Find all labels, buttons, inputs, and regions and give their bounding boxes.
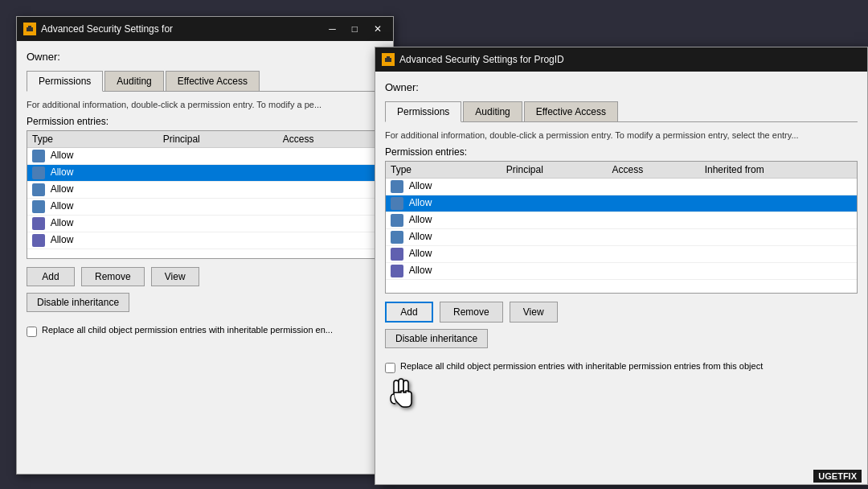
window2-perm-entries-label: Permission entries:	[385, 146, 858, 158]
window2-tab-auditing[interactable]: Auditing	[463, 101, 522, 121]
window1-col-type: Type	[27, 131, 158, 148]
window1-col-principal: Principal	[158, 131, 278, 148]
row-type: Allow	[27, 199, 158, 216]
user-icon	[391, 197, 403, 210]
watermark: UGETFIX	[813, 470, 862, 483]
row-type: Allow	[386, 263, 502, 280]
table-row[interactable]: Allow	[27, 182, 383, 199]
window2-tabs: Permissions Auditing Effective Access	[385, 101, 858, 122]
window1-remove-button[interactable]: Remove	[81, 267, 145, 286]
window2-add-button[interactable]: Add	[385, 302, 433, 323]
window1-col-access: Access	[278, 131, 383, 148]
window1-maximize-button[interactable]: □	[347, 22, 362, 36]
window1-owner-row: Owner:	[27, 51, 383, 63]
window1-close-button[interactable]: ✕	[369, 22, 387, 36]
window1-icon	[23, 23, 36, 35]
window2-info-text: For additional information, double-click…	[385, 130, 858, 140]
window2-col-access: Access	[608, 162, 700, 179]
table-row[interactable]: Allow	[386, 229, 857, 246]
window2-checkbox-row: Replace all child object permission entr…	[385, 361, 858, 373]
window2-tab-permissions[interactable]: Permissions	[385, 101, 461, 122]
window2-replace-checkbox[interactable]	[385, 363, 395, 373]
user-icon	[391, 180, 403, 193]
window1-tabs: Permissions Auditing Effective Access	[27, 71, 383, 92]
row-type: Allow	[386, 195, 502, 212]
user-icon	[32, 183, 45, 196]
window1-btn-row: Add Remove View	[27, 267, 383, 286]
window2-titlebar: Advanced Security Settings for ProgID	[375, 47, 867, 72]
window1-owner-label: Owner:	[27, 51, 60, 63]
window1: Advanced Security Settings for ─ □ ✕ Own…	[16, 16, 394, 475]
table-row[interactable]: Allow	[386, 212, 857, 229]
row-type: Allow	[27, 232, 158, 249]
window2-disable-inheritance-button[interactable]: Disable inheritance	[385, 329, 488, 348]
window1-title: Advanced Security Settings for	[41, 23, 319, 35]
table-row[interactable]: Allow	[27, 216, 383, 232]
window2: Advanced Security Settings for ProgID Ow…	[375, 47, 868, 485]
user-icon	[32, 150, 45, 162]
window1-info-text: For additional information, double-click…	[27, 100, 383, 109]
system-icon	[391, 248, 403, 261]
table-row[interactable]: Allow	[386, 195, 857, 212]
window1-perm-entries-label: Permission entries:	[27, 116, 383, 127]
window1-content: Owner: Permissions Auditing Effective Ac…	[17, 41, 393, 474]
window1-perm-table-wrapper: Type Principal Access Allow	[27, 130, 383, 259]
window1-controls: ─ □ ✕	[324, 22, 387, 36]
window2-checkbox-label: Replace all child object permission entr…	[400, 361, 763, 371]
user-icon	[391, 231, 403, 244]
table-row[interactable]: Allow	[386, 179, 857, 195]
system-icon	[32, 234, 45, 247]
svg-rect-5	[387, 56, 390, 59]
table-row[interactable]: Allow	[27, 165, 383, 182]
window2-col-principal: Principal	[502, 162, 608, 179]
window2-content: Owner: Permissions Auditing Effective Ac…	[375, 72, 867, 484]
window2-perm-table: Type Principal Access Inherited from All…	[386, 162, 857, 280]
window2-perm-table-wrapper: Type Principal Access Inherited from All…	[385, 161, 858, 294]
window2-title: Advanced Security Settings for ProgID	[399, 54, 861, 65]
svg-rect-2	[28, 26, 31, 28]
row-type: Allow	[27, 165, 158, 182]
window1-view-button[interactable]: View	[151, 267, 199, 286]
table-row[interactable]: Allow	[386, 263, 857, 280]
row-type: Allow	[386, 179, 502, 195]
window2-btn-row: Add Remove View	[385, 302, 858, 323]
window1-tab-effective-access[interactable]: Effective Access	[166, 71, 260, 91]
user-icon	[32, 200, 45, 213]
window1-minimize-button[interactable]: ─	[324, 22, 341, 36]
window1-perm-table: Type Principal Access Allow	[27, 131, 383, 249]
table-row[interactable]: Allow	[27, 232, 383, 249]
row-type: Allow	[27, 182, 158, 199]
window2-tab-effective-access[interactable]: Effective Access	[524, 101, 618, 121]
user-icon	[391, 214, 403, 227]
table-row[interactable]: Allow	[27, 148, 383, 165]
row-type: Allow	[386, 246, 502, 263]
row-type: Allow	[27, 216, 158, 232]
window2-remove-button[interactable]: Remove	[440, 302, 503, 323]
window1-checkbox-label: Replace all child object permission entr…	[42, 325, 333, 335]
window2-view-button[interactable]: View	[510, 302, 558, 323]
system-icon	[32, 217, 45, 230]
window2-icon	[382, 53, 395, 66]
window2-col-inherited: Inherited from	[700, 162, 857, 179]
window1-replace-checkbox[interactable]	[27, 327, 37, 337]
row-type: Allow	[27, 148, 158, 165]
window2-col-type: Type	[386, 162, 502, 179]
table-row[interactable]: Allow	[27, 199, 383, 216]
window1-add-button[interactable]: Add	[27, 267, 75, 286]
row-type: Allow	[386, 212, 502, 229]
system-icon	[391, 265, 403, 277]
window1-titlebar: Advanced Security Settings for ─ □ ✕	[17, 17, 393, 41]
window1-checkbox-row: Replace all child object permission entr…	[27, 325, 383, 337]
window1-disable-inheritance-button[interactable]: Disable inheritance	[27, 293, 129, 312]
window1-tab-permissions[interactable]: Permissions	[27, 71, 103, 92]
window1-tab-auditing[interactable]: Auditing	[104, 71, 163, 91]
user-icon	[32, 166, 45, 179]
table-row[interactable]: Allow	[386, 246, 857, 263]
row-type: Allow	[386, 229, 502, 246]
window2-owner-row: Owner:	[385, 81, 858, 93]
window2-owner-label: Owner:	[385, 81, 419, 93]
